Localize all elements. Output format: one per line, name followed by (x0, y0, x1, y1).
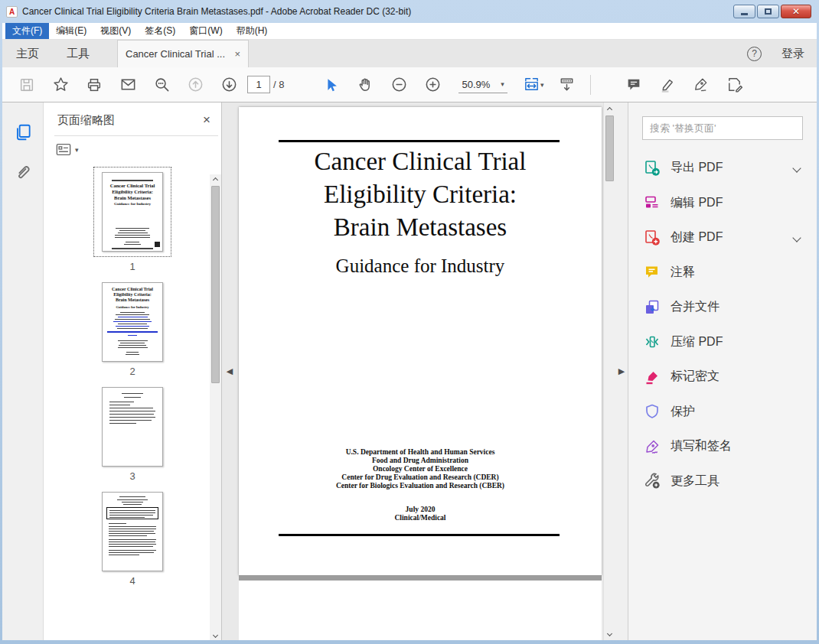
combine-files-icon (643, 298, 661, 317)
title-bar: A Cancer Clinical Trial Eligibility Crit… (0, 0, 819, 23)
thumbnail-page-2[interactable]: Cancer Clinical Trial Eligibility Criter… (102, 282, 163, 377)
tab-tools[interactable]: 工具 (53, 40, 103, 67)
select-tool-button[interactable] (315, 70, 348, 100)
collapse-right-icon: ▶ (618, 366, 625, 376)
comment-button[interactable] (617, 70, 651, 100)
fit-width-button[interactable]: ▾ (517, 70, 550, 100)
menu-window[interactable]: 窗口(W) (182, 23, 229, 39)
print-button[interactable] (77, 70, 111, 100)
page-number-input[interactable] (247, 76, 270, 93)
page-separator (239, 575, 602, 581)
thumbnail-page-2-preview: Cancer Clinical Trial Eligibility Criter… (102, 282, 163, 362)
thumbnails-scrollbar[interactable] (210, 174, 221, 640)
collapse-left-icon: ◀ (227, 366, 233, 376)
pdf-page-1: Cancer Clinical Trial Eligibility Criter… (239, 107, 602, 575)
tools-search-input[interactable] (642, 116, 803, 140)
tab-document-label: Cancer Clinical Trial ... (126, 48, 230, 60)
thumbnail-page-1[interactable]: Cancer Clinical Trial Eligibility Criter… (93, 167, 171, 272)
scrollbar-thumb[interactable] (211, 186, 220, 383)
scroll-up-icon[interactable] (604, 104, 615, 115)
chevron-down-icon: ▾ (75, 146, 79, 154)
help-icon[interactable]: ? (747, 47, 762, 61)
tool-fill-and-sign[interactable]: 填写和签名 (628, 429, 817, 464)
thumbnail-page-4[interactable]: 4 (102, 492, 163, 587)
tool-redact[interactable]: 标记密文 (628, 359, 817, 395)
more-tools-wrench-icon (643, 472, 661, 490)
options-list-icon (56, 143, 71, 156)
save-button[interactable] (10, 70, 44, 100)
email-button[interactable] (111, 70, 145, 100)
collapse-left-pane-button[interactable]: ◀ (222, 102, 237, 640)
sign-in-button[interactable]: 登录 (781, 47, 804, 61)
panel-close-icon[interactable]: × (203, 112, 210, 128)
next-page-button[interactable] (212, 70, 246, 100)
create-pdf-icon (643, 229, 661, 247)
menu-edit[interactable]: 编辑(E) (49, 23, 93, 39)
select-cursor-icon (323, 76, 340, 93)
edit-pdf-icon (643, 194, 661, 212)
menu-help[interactable]: 帮助(H) (230, 23, 275, 39)
attachments-pane-button[interactable] (10, 159, 36, 185)
search-button[interactable] (145, 70, 178, 100)
thumbnail-page-number: 1 (129, 261, 135, 272)
close-button[interactable]: ✕ (781, 5, 811, 18)
tool-export-pdf[interactable]: 导出 PDF (628, 151, 817, 186)
zoom-in-icon (424, 76, 442, 93)
collapse-right-pane-button[interactable]: ▶ (615, 102, 628, 640)
thumbnail-page-3[interactable]: 3 (102, 387, 163, 482)
document-view: ◀ Cancer Clinical Trial Eligibility Crit… (222, 102, 603, 640)
acrobat-app-icon: A (6, 6, 18, 18)
redact-marker-icon (643, 368, 661, 386)
star-favorite-button[interactable] (44, 70, 77, 100)
fill-sign-pen-icon (692, 76, 710, 93)
email-icon (119, 76, 137, 93)
menu-sign[interactable]: 签名(S) (138, 23, 182, 39)
scrollbar-thumb[interactable] (605, 115, 614, 181)
menu-file[interactable]: 文件(F) (5, 23, 49, 39)
tab-home[interactable]: 主页 (2, 40, 53, 67)
hand-tool-button[interactable] (348, 70, 382, 100)
previous-page-button[interactable] (178, 70, 212, 100)
page-thumbnails-pane-button[interactable] (10, 119, 36, 145)
navigation-pane-strip (2, 102, 44, 640)
tool-compress-pdf[interactable]: 压缩 PDF (628, 325, 817, 360)
fill-and-sign-button[interactable] (684, 70, 718, 100)
minimize-icon (741, 13, 748, 15)
tool-create-pdf[interactable]: 创建 PDF (628, 220, 817, 255)
page-thumbnails-icon (13, 122, 33, 142)
scroll-up-icon[interactable] (210, 174, 221, 185)
highlight-button[interactable] (651, 70, 684, 100)
tab-document[interactable]: Cancer Clinical Trial ... × (117, 40, 249, 67)
tool-combine-files[interactable]: 合并文件 (628, 290, 817, 325)
content-area: 页面缩略图 × ▾ Cancer Clinical Trial (2, 102, 817, 640)
thumbnail-page-3-preview (102, 387, 163, 467)
tools-panel: 导出 PDF 编辑 PDF 创建 PDF 注释 合并文件 (628, 102, 817, 640)
zoom-level-dropdown[interactable]: 50.9% ▾ (458, 76, 507, 93)
page-display-button[interactable] (550, 70, 584, 100)
more-editing-button[interactable] (718, 70, 752, 100)
document-subtitle: Guidance for Industry (239, 255, 602, 277)
export-pdf-icon (643, 159, 661, 177)
minimize-button[interactable] (733, 5, 755, 18)
maximize-button[interactable] (757, 5, 779, 18)
tab-bar: 主页 工具 Cancer Clinical Trial ... × ? 登录 (2, 40, 817, 67)
tool-edit-pdf[interactable]: 编辑 PDF (628, 186, 817, 221)
document-scrollbar[interactable] (603, 102, 615, 640)
tool-more-tools[interactable]: 更多工具 (628, 464, 817, 499)
tab-close-icon[interactable]: × (234, 48, 240, 60)
thumbnail-page-number: 3 (129, 470, 135, 482)
page-total-label: / 8 (273, 79, 284, 90)
zoom-out-button[interactable] (382, 70, 416, 100)
scroll-down-icon[interactable] (604, 628, 615, 639)
fit-width-icon (523, 76, 540, 93)
tool-protect[interactable]: 保护 (628, 395, 817, 430)
tool-comment[interactable]: 注释 (628, 255, 817, 291)
thumbnail-page-1-preview: Cancer Clinical Trial Eligibility Criter… (102, 172, 163, 252)
document-organization-block: U.S. Department of Health and Human Serv… (239, 448, 602, 490)
scroll-down-icon[interactable] (210, 629, 221, 640)
zoom-in-button[interactable] (416, 70, 449, 100)
document-date-block: July 2020 Clinical/Medical (239, 506, 602, 522)
chevron-down-icon (792, 233, 801, 242)
thumbnail-options-button[interactable]: ▾ (56, 143, 79, 156)
menu-view[interactable]: 视图(V) (93, 23, 138, 39)
